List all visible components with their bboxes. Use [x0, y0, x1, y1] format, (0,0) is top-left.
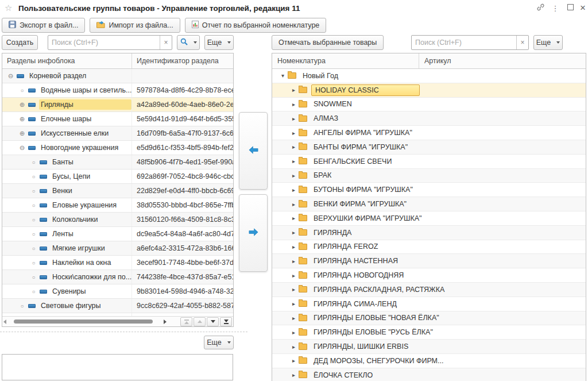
tree-expander-icon[interactable]: ▸	[290, 130, 297, 136]
section-row[interactable]: ○ Бусы, Цепи 692a869f-7052-4bc8-946c-cbc…	[2, 170, 233, 184]
tree-expander-icon[interactable]: ○	[30, 260, 37, 266]
section-row[interactable]: ○ Сувениры 9b8301e4-598d-4946-a748-32291…	[2, 284, 233, 299]
right-more-button[interactable]: Еще	[533, 35, 563, 50]
tree-expander-icon[interactable]: ⊖	[18, 144, 26, 152]
column-header-section-id[interactable]: Идентификатор раздела	[132, 57, 233, 65]
nomenclature-row[interactable]: ▸ ГИРЛЯНДЫ ЕЛОВЫЕ "РУСЬ ЁЛКА"	[272, 325, 586, 340]
section-row[interactable]: ○ Венки 22d829ef-e0d4-4ff0-bbcb-6c695d0e…	[2, 184, 233, 198]
left-find-button[interactable]	[177, 35, 200, 50]
tree-expander-icon[interactable]: ▸	[290, 344, 297, 350]
nomenclature-row[interactable]: ▸ ГИРЛЯНДА	[272, 226, 586, 240]
nomenclature-row[interactable]: ▸ ГИРЛЯНДЫ, ШИШКИ ERBIS	[272, 340, 586, 354]
section-row[interactable]: ⊕ Гирлянды a42a89ed-60de-4aeb-86e0-2e774…	[2, 98, 233, 112]
tree-expander-icon[interactable]: ○	[30, 202, 37, 209]
tree-expander-icon[interactable]: ▸	[290, 201, 297, 207]
section-row[interactable]: ○ Носки\сапожки для по... 744238fe-4bce-…	[2, 270, 233, 284]
nomenclature-row[interactable]: ▸ ГИРЛЯНДА FEROZ	[272, 240, 586, 255]
right-search-clear-icon[interactable]: ×	[516, 36, 528, 49]
section-row[interactable]: ○ Банты 48f5b906-4f7b-4ed1-95ef-990a2475…	[2, 155, 233, 170]
move-to-section-button[interactable]	[239, 112, 268, 190]
tree-expander-icon[interactable]: ○	[30, 159, 37, 166]
tree-expander-icon[interactable]: ⊕	[18, 115, 26, 123]
tree-expander-icon[interactable]: ○	[30, 174, 37, 180]
section-row[interactable]: ⊕ Искусственные елки 16d709fb-6a5a-47f0-…	[2, 126, 233, 141]
tree-expander-icon[interactable]: ▸	[290, 116, 297, 122]
column-header-nomenclature[interactable]: Номенклатура	[272, 53, 419, 68]
tree-expander-icon[interactable]: ▸	[290, 357, 297, 364]
scrollbar-thumb[interactable]	[14, 320, 153, 324]
report-button[interactable]: Отчет по выбранной номенклатуре	[185, 18, 327, 33]
tree-expander-icon[interactable]: ○	[18, 87, 26, 94]
nomenclature-row[interactable]: ▸ ГИРЛЯНДА НОВОГОДНЯЯ	[272, 268, 586, 283]
nomenclature-row[interactable]: ▸ HOLIDAY CLASSIC	[272, 83, 586, 98]
export-to-file-button[interactable]: Экспорт в файл...	[2, 18, 85, 33]
import-from-file-button[interactable]: Импорт из файла...	[90, 18, 180, 33]
section-row[interactable]: ○ Водяные шары и светиль... 5978784a-d8f…	[2, 83, 233, 98]
left-more-button[interactable]: Еще	[204, 35, 234, 50]
section-row[interactable]: ○ Мягкие игрушки a6efc4a2-3315-472a-83b6…	[2, 241, 233, 256]
right-search-input[interactable]	[412, 36, 516, 49]
tree-expander-icon[interactable]: ▸	[290, 229, 297, 236]
nomenclature-row[interactable]: ▸ ГИРЛЯНДА СИМА-ЛЕНД	[272, 297, 586, 311]
section-row[interactable]: ○ Еловые украшения 38d05530-bbbd-4bcf-86…	[2, 198, 233, 213]
tree-expander-icon[interactable]: ▸	[290, 258, 297, 264]
tree-expander-icon[interactable]: ▸	[290, 315, 297, 321]
nomenclature-row[interactable]: ▸ ЁЛОЧКА СТЕКЛО	[272, 368, 586, 381]
favorite-star-icon[interactable]: ☆	[5, 3, 15, 13]
nomenclature-row[interactable]: ▸ ДЕД МОРОЗЫ, СНЕГУРОЧКИ ФИРМ...	[272, 354, 586, 368]
tree-expander-icon[interactable]: ⊕	[18, 101, 26, 109]
nomenclature-row[interactable]: ▸ БРАК	[272, 169, 586, 183]
nomenclature-row[interactable]: ▸ ГИРЛЯНДА НАСТЕННАЯ	[272, 254, 586, 268]
section-row[interactable]: ⊖ Корневой раздел	[2, 69, 233, 83]
tree-expander-icon[interactable]: ▾	[279, 72, 287, 79]
nomenclature-row[interactable]: ▸ SNOWMEN	[272, 98, 586, 112]
go-to-first-row-button[interactable]	[180, 317, 192, 326]
tree-expander-icon[interactable]: ▸	[290, 244, 297, 250]
scrollbar-track[interactable]	[8, 320, 162, 324]
next-row-button[interactable]	[207, 317, 219, 326]
left-search-input[interactable]	[48, 36, 160, 49]
nomenclature-row[interactable]: ▸ БУТОНЫ ФИРМА "ИГРУШКА"	[272, 183, 586, 197]
tree-expander-icon[interactable]: ▸	[290, 215, 297, 221]
nomenclature-row[interactable]: ▸ ГИРЛЯНДЫ ЕЛОВЫЕ "НОВАЯ ЁЛКА"	[272, 311, 586, 326]
tree-expander-icon[interactable]: ▸	[290, 372, 297, 378]
tree-expander-icon[interactable]: ○	[30, 288, 37, 295]
left-search-clear-icon[interactable]: ×	[160, 36, 172, 49]
bottom-more-button[interactable]: Еще	[204, 336, 234, 349]
tree-expander-icon[interactable]: ○	[30, 217, 37, 223]
previous-row-button[interactable]	[194, 317, 206, 326]
nomenclature-row[interactable]: ▸ ВЕРХУШКИ ФИРМА "ИГРУШКА"	[272, 211, 586, 226]
tree-expander-icon[interactable]: ▸	[290, 272, 297, 279]
nomenclature-row[interactable]: ▸ ГИРЛЯНДА РАСКЛАДНАЯ, РАСТЯЖКА	[272, 283, 586, 297]
tree-expander-icon[interactable]: ○	[30, 231, 37, 237]
section-row[interactable]: ○ Световые фигуры 9cc8c629-42af-4055-b88…	[2, 299, 233, 313]
nomenclature-row[interactable]: ▸ БЕНГАЛЬСКИЕ СВЕЧИ	[272, 155, 586, 169]
tree-expander-icon[interactable]: ○	[30, 188, 37, 194]
nomenclature-row[interactable]: ▸ АНГЕЛЫ ФИРМА "ИГРУШКА"	[272, 126, 586, 140]
restore-window-icon[interactable]	[563, 4, 578, 12]
create-button[interactable]: Создать	[2, 35, 38, 50]
column-header-article[interactable]: Артикул	[419, 57, 586, 65]
close-window-icon[interactable]: ×	[578, 2, 588, 14]
tree-expander-icon[interactable]: ▸	[290, 144, 297, 150]
tree-expander-icon[interactable]: ⊕	[18, 129, 26, 137]
tree-expander-icon[interactable]: ○	[30, 245, 37, 252]
section-row[interactable]: ○ Ленты dc9ea5c4-84a8-4a6f-ac80-4d7b69f1…	[2, 227, 233, 241]
link-icon[interactable]	[533, 3, 548, 13]
section-row[interactable]: ⊖ Новогодние украшения e5d9d61c-f353-4bf…	[2, 141, 233, 155]
section-row[interactable]: ○ Колокольчики 31560120-f66a-4509-81c8-8…	[2, 213, 233, 227]
tree-expander-icon[interactable]: ▸	[290, 101, 297, 107]
mark-selected-goods-button[interactable]: Отмечать выбранные товары	[272, 35, 384, 50]
nomenclature-row[interactable]: ▸ БАНТЫ ФИРМА "ИГРУШКА"	[272, 140, 586, 155]
tree-expander-icon[interactable]: ⊖	[7, 72, 14, 80]
tree-expander-icon[interactable]: ▸	[290, 87, 297, 93]
window-menu-icon[interactable]: ⋮	[548, 4, 563, 13]
tree-expander-icon[interactable]: ▸	[290, 187, 297, 193]
go-to-last-row-button[interactable]	[220, 317, 232, 326]
tree-expander-icon[interactable]: ○	[30, 274, 37, 280]
tree-expander-icon[interactable]: ▸	[290, 329, 297, 336]
section-row[interactable]: ○ Наклейки на окна 3ecef901-7748-4bbe-be…	[2, 256, 233, 270]
move-from-section-button[interactable]	[239, 194, 268, 272]
tree-expander-icon[interactable]: ○	[18, 303, 26, 309]
scroll-left-arrow-icon[interactable]	[3, 320, 6, 324]
